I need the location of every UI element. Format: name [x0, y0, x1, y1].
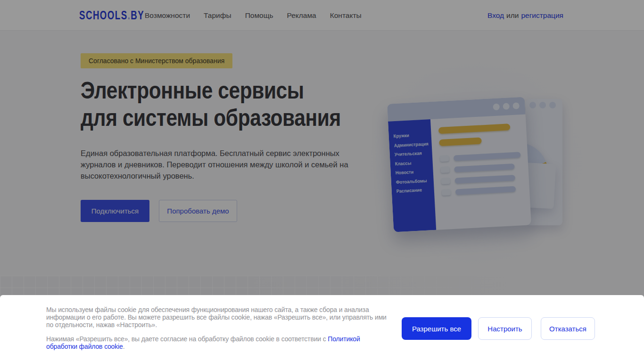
- configure-button[interactable]: Настроить: [478, 317, 532, 340]
- cookie-paragraph-2-suffix: .: [123, 343, 125, 350]
- decline-button[interactable]: Отказаться: [541, 317, 595, 340]
- cookie-paragraph-2: Нажимая «Разрешить все», вы даете соглас…: [46, 335, 387, 350]
- cookie-paragraph-2-prefix: Нажимая «Разрешить все», вы даете соглас…: [46, 335, 328, 343]
- cookie-paragraph-1: Мы используем файлы cookie для обеспечен…: [46, 306, 387, 329]
- allow-all-button[interactable]: Разрешить все: [402, 317, 471, 340]
- cookie-banner: Мы используем файлы cookie для обеспечен…: [0, 295, 644, 362]
- page: SCHOOLS.BY Возможности Тарифы Помощь Рек…: [0, 0, 644, 362]
- cookie-text-block: Мы используем файлы cookie для обеспечен…: [46, 306, 387, 350]
- cookie-actions: Разрешить все Настроить Отказаться: [402, 317, 595, 340]
